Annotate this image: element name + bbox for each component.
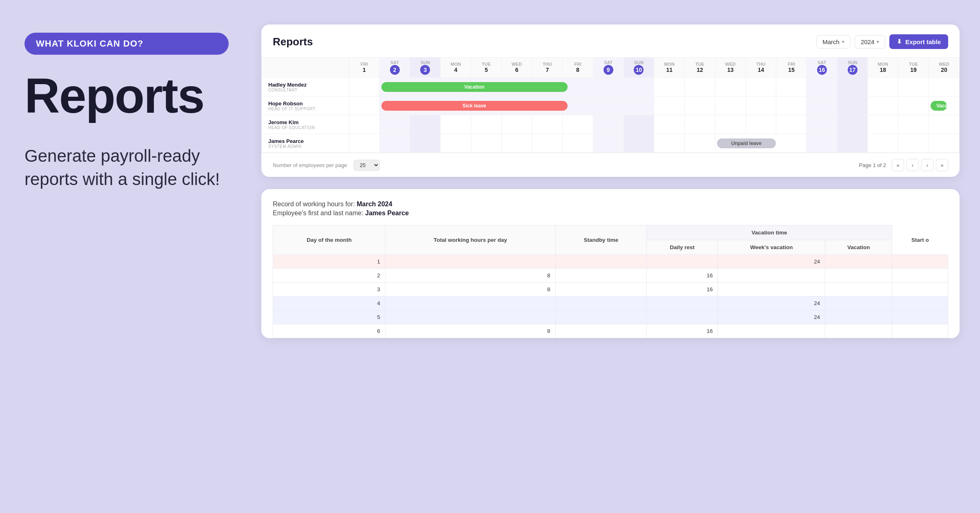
hour-cell: 16 xyxy=(646,283,718,297)
day-cell xyxy=(593,115,624,134)
day-cell xyxy=(715,115,746,134)
day-cell xyxy=(868,96,898,115)
employee-cell: James PearceSYSTEM ADMIN xyxy=(262,134,349,153)
day-cell xyxy=(776,78,807,96)
page-info: Page 1 of 2 xyxy=(859,162,886,168)
day-cell xyxy=(898,134,929,153)
hour-cell xyxy=(385,297,556,310)
day-cell xyxy=(929,115,959,134)
day-cell xyxy=(563,134,593,153)
reports-header: Reports March ▾ 2024 ▾ ⬇ Export table xyxy=(261,34,960,57)
day-cell xyxy=(593,134,624,153)
hour-cell xyxy=(825,324,892,338)
prev-page-button[interactable]: ‹ xyxy=(906,159,919,171)
th-day-12: TUE12 xyxy=(685,58,715,78)
table-row: 524 xyxy=(273,310,948,324)
th-day-14: THU14 xyxy=(746,58,776,78)
day-cell xyxy=(776,115,807,134)
th-daily-rest: Daily rest xyxy=(646,240,718,255)
th-day-3: SUN3 xyxy=(410,58,441,78)
hour-cell: 2 xyxy=(273,269,385,283)
day-cell: Sick leave xyxy=(379,96,654,115)
hour-cell: 3 xyxy=(273,283,385,297)
th-start: Start o xyxy=(892,225,948,255)
month-dropdown[interactable]: March ▾ xyxy=(816,35,851,49)
th-day-2: SAT2 xyxy=(379,58,410,78)
hour-cell: 6 xyxy=(273,324,385,338)
first-page-button[interactable]: « xyxy=(892,159,904,171)
hour-cell xyxy=(718,324,825,338)
day-cell: Vacation xyxy=(379,78,654,96)
th-day-18: MON18 xyxy=(868,58,898,78)
day-cell xyxy=(441,134,471,153)
day-cell xyxy=(532,115,563,134)
table-row: 6816 xyxy=(273,324,948,338)
pagination: Page 1 of 2 « ‹ › » xyxy=(859,159,949,171)
th-vacation-group: Vacation time xyxy=(646,225,892,240)
per-page-select[interactable]: 25 50 100 xyxy=(354,160,380,171)
day-cell xyxy=(349,78,380,96)
hour-cell xyxy=(555,269,646,283)
day-cell xyxy=(685,134,715,153)
day-cell: Unpaid leave xyxy=(715,134,806,153)
last-page-button[interactable]: » xyxy=(936,159,948,171)
hour-cell xyxy=(825,283,892,297)
day-cell xyxy=(379,115,410,134)
hour-cell xyxy=(825,255,892,269)
day-cell xyxy=(685,78,715,96)
hour-cell xyxy=(892,324,948,338)
th-total: Total working hours per day xyxy=(385,225,556,255)
day-cell xyxy=(868,134,898,153)
employee-cell: Hope RobsonHEAD OF IT SUPPORT xyxy=(262,96,349,115)
day-cell xyxy=(807,96,837,115)
hour-cell xyxy=(555,310,646,324)
th-employee-name xyxy=(262,58,349,78)
table-row: 2816 xyxy=(273,269,948,283)
th-day-20: WED20 xyxy=(929,58,959,78)
day-cell xyxy=(929,134,959,153)
calendar-table: FRI1SAT2SUN3MON4TUE5WED6THU7FRI8SAT9SUN1… xyxy=(261,57,960,153)
th-day-4: MON4 xyxy=(441,58,471,78)
hours-intro-employee: Employee's first and last name: James Pe… xyxy=(273,210,948,217)
description-text: Generate payroll-ready reports with a si… xyxy=(24,145,229,191)
th-day-11: MON11 xyxy=(654,58,685,78)
hour-cell xyxy=(825,310,892,324)
hour-cell xyxy=(555,324,646,338)
day-cell xyxy=(441,115,471,134)
day-cell xyxy=(837,115,868,134)
left-panel: WHAT KLOKI CAN DO? Reports Generate payr… xyxy=(0,0,253,513)
day-cell xyxy=(410,134,441,153)
hour-cell xyxy=(385,255,556,269)
day-cell xyxy=(532,134,563,153)
hour-cell: 16 xyxy=(646,269,718,283)
day-cell xyxy=(868,78,898,96)
day-cell xyxy=(471,134,501,153)
hour-cell: 8 xyxy=(385,283,556,297)
table-row: Jerome KimHEAD OF EDUCATION xyxy=(262,115,960,134)
hour-cell xyxy=(892,255,948,269)
next-page-button[interactable]: › xyxy=(921,159,933,171)
hour-cell: 5 xyxy=(273,310,385,324)
day-cell xyxy=(471,115,501,134)
th-day-16: SAT16 xyxy=(807,58,837,78)
hour-cell xyxy=(646,310,718,324)
day-cell xyxy=(349,115,380,134)
download-icon: ⬇ xyxy=(897,38,902,45)
hour-cell: 16 xyxy=(646,324,718,338)
table-row: Hope RobsonHEAD OF IT SUPPORTSick leaveV… xyxy=(262,96,960,115)
year-dropdown[interactable]: 2024 ▾ xyxy=(855,35,885,49)
day-cell xyxy=(715,96,746,115)
hour-cell xyxy=(825,297,892,310)
th-day-6: WED6 xyxy=(501,58,532,78)
th-day-1: FRI1 xyxy=(349,58,380,78)
table-row: 3816 xyxy=(273,283,948,297)
th-vacation: Vacation xyxy=(825,240,892,255)
day-cell xyxy=(868,115,898,134)
day-cell xyxy=(501,134,532,153)
day-cell xyxy=(776,96,807,115)
export-button[interactable]: ⬇ Export table xyxy=(889,34,948,49)
th-day: Day of the month xyxy=(273,225,385,255)
hour-cell: 24 xyxy=(718,255,825,269)
hour-cell: 24 xyxy=(718,297,825,310)
day-cell xyxy=(715,78,746,96)
